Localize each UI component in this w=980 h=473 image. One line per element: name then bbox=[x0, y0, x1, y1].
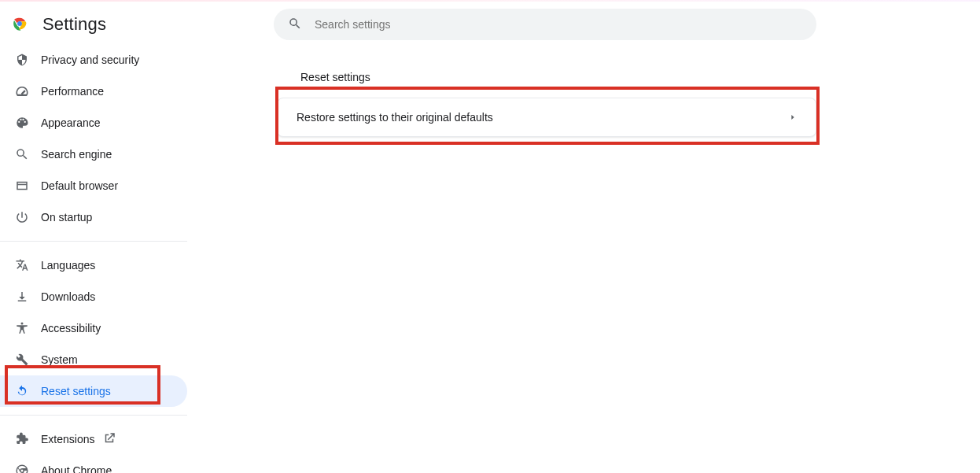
download-icon bbox=[14, 290, 30, 304]
extension-icon bbox=[14, 432, 30, 446]
restore-defaults-row[interactable]: Restore settings to their original defau… bbox=[278, 98, 816, 136]
sidebar-item-extensions[interactable]: Extensions bbox=[0, 423, 187, 455]
app-brand: Settings bbox=[0, 14, 274, 35]
browser-icon bbox=[14, 179, 30, 193]
wrench-icon bbox=[14, 353, 30, 367]
translate-icon bbox=[14, 258, 30, 272]
accessibility-icon bbox=[14, 321, 30, 335]
sidebar-item-label: On startup bbox=[41, 211, 92, 224]
sidebar-item-system[interactable]: System bbox=[0, 344, 187, 375]
search-settings-bar[interactable] bbox=[274, 9, 816, 40]
chrome-icon bbox=[14, 464, 30, 473]
sidebar-item-label: Appearance bbox=[41, 116, 101, 129]
reset-settings-card: Restore settings to their original defau… bbox=[277, 98, 816, 137]
sidebar: Privacy and security Performance Appeara… bbox=[0, 44, 187, 473]
section-title: Reset settings bbox=[300, 71, 820, 83]
reset-icon bbox=[14, 384, 30, 398]
search-settings-input[interactable] bbox=[315, 18, 802, 31]
search-icon bbox=[14, 147, 30, 161]
sidebar-item-privacy[interactable]: Privacy and security bbox=[0, 44, 187, 76]
power-icon bbox=[14, 210, 30, 224]
sidebar-item-label: Search engine bbox=[41, 148, 112, 161]
sidebar-item-languages[interactable]: Languages bbox=[0, 249, 187, 281]
app-title: Settings bbox=[42, 14, 106, 35]
sidebar-divider bbox=[0, 415, 187, 416]
palette-icon bbox=[14, 116, 30, 130]
external-link-icon bbox=[102, 431, 116, 448]
sidebar-divider bbox=[0, 241, 187, 242]
sidebar-item-appearance[interactable]: Appearance bbox=[0, 107, 187, 139]
sidebar-item-reset[interactable]: Reset settings bbox=[0, 375, 187, 407]
sidebar-item-downloads[interactable]: Downloads bbox=[0, 281, 187, 312]
speedometer-icon bbox=[14, 84, 30, 98]
sidebar-item-label: System bbox=[41, 353, 78, 366]
sidebar-item-default-browser[interactable]: Default browser bbox=[0, 170, 187, 201]
sidebar-item-label: Languages bbox=[41, 259, 95, 272]
sidebar-scroll[interactable]: Privacy and security Performance Appeara… bbox=[0, 44, 187, 473]
sidebar-item-label: Privacy and security bbox=[41, 54, 139, 66]
sidebar-item-performance[interactable]: Performance bbox=[0, 76, 187, 107]
sidebar-item-label: About Chrome bbox=[41, 464, 112, 473]
main-content: Reset settings Restore settings to their… bbox=[274, 49, 820, 137]
sidebar-item-search-engine[interactable]: Search engine bbox=[0, 139, 187, 170]
search-icon bbox=[288, 17, 315, 33]
sidebar-item-label: Performance bbox=[41, 85, 104, 98]
sidebar-item-label: Extensions bbox=[41, 433, 94, 445]
sidebar-item-label: Default browser bbox=[41, 179, 118, 192]
sidebar-item-accessibility[interactable]: Accessibility bbox=[0, 312, 187, 344]
restore-defaults-label: Restore settings to their original defau… bbox=[297, 111, 493, 124]
chrome-logo-icon bbox=[11, 15, 28, 35]
shield-icon bbox=[14, 53, 30, 67]
sidebar-item-label: Accessibility bbox=[41, 322, 101, 334]
header: Settings bbox=[0, 0, 980, 49]
sidebar-item-label: Downloads bbox=[41, 290, 95, 303]
sidebar-item-on-startup[interactable]: On startup bbox=[0, 201, 187, 233]
sidebar-item-about[interactable]: About Chrome bbox=[0, 455, 187, 473]
sidebar-item-label: Reset settings bbox=[41, 385, 111, 397]
chevron-right-icon bbox=[789, 111, 797, 124]
